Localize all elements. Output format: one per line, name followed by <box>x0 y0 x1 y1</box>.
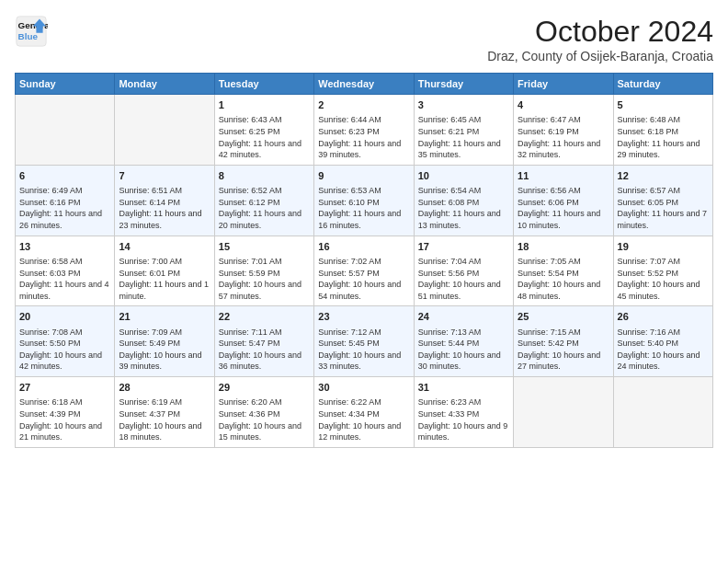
calendar-cell <box>115 95 214 166</box>
page-header: General Blue October 2024 Draz, County o… <box>15 15 713 63</box>
day-info: Sunrise: 6:23 AMSunset: 4:33 PMDaylight:… <box>418 396 509 442</box>
calendar-cell <box>16 95 115 166</box>
day-number: 26 <box>618 310 709 324</box>
calendar-cell: 23Sunrise: 7:12 AMSunset: 5:45 PMDayligh… <box>314 306 414 377</box>
calendar-cell: 2Sunrise: 6:44 AMSunset: 6:23 PMDaylight… <box>314 95 414 166</box>
calendar-cell: 13Sunrise: 6:58 AMSunset: 6:03 PMDayligh… <box>16 236 115 306</box>
title-block: October 2024 Draz, County of Osijek-Bara… <box>487 15 713 63</box>
calendar-cell: 18Sunrise: 7:05 AMSunset: 5:54 PMDayligh… <box>514 236 613 306</box>
day-number: 27 <box>19 381 110 395</box>
day-info: Sunrise: 6:52 AMSunset: 6:12 PMDaylight:… <box>219 185 310 231</box>
day-number: 9 <box>318 169 409 183</box>
day-info: Sunrise: 7:11 AMSunset: 5:47 PMDaylight:… <box>219 327 310 373</box>
day-info: Sunrise: 6:19 AMSunset: 4:37 PMDaylight:… <box>119 396 210 442</box>
day-info: Sunrise: 6:56 AMSunset: 6:06 PMDaylight:… <box>518 185 609 231</box>
calendar-cell: 27Sunrise: 6:18 AMSunset: 4:39 PMDayligh… <box>16 377 115 448</box>
day-number: 31 <box>418 381 509 395</box>
day-number: 30 <box>318 381 409 395</box>
calendar-header-row: SundayMondayTuesdayWednesdayThursdayFrid… <box>16 74 713 95</box>
weekday-header: Saturday <box>613 74 712 95</box>
calendar-cell: 29Sunrise: 6:20 AMSunset: 4:36 PMDayligh… <box>214 377 313 448</box>
calendar-cell: 1Sunrise: 6:43 AMSunset: 6:25 PMDaylight… <box>214 95 313 166</box>
calendar-cell <box>514 377 613 448</box>
calendar-week-row: 20Sunrise: 7:08 AMSunset: 5:50 PMDayligh… <box>16 306 713 377</box>
day-number: 11 <box>518 169 609 183</box>
day-number: 8 <box>219 169 310 183</box>
calendar-cell: 25Sunrise: 7:15 AMSunset: 5:42 PMDayligh… <box>514 306 613 377</box>
location-title: Draz, County of Osijek-Baranja, Croatia <box>487 49 713 63</box>
day-number: 14 <box>119 240 210 254</box>
day-number: 25 <box>518 310 609 324</box>
calendar-cell: 8Sunrise: 6:52 AMSunset: 6:12 PMDaylight… <box>214 165 313 236</box>
calendar-week-row: 1Sunrise: 6:43 AMSunset: 6:25 PMDaylight… <box>16 95 713 166</box>
day-info: Sunrise: 6:20 AMSunset: 4:36 PMDaylight:… <box>219 396 310 442</box>
weekday-header: Tuesday <box>214 74 313 95</box>
calendar-cell: 5Sunrise: 6:48 AMSunset: 6:18 PMDaylight… <box>613 95 712 166</box>
day-number: 3 <box>418 98 509 112</box>
day-info: Sunrise: 6:51 AMSunset: 6:14 PMDaylight:… <box>119 185 210 231</box>
calendar-cell: 19Sunrise: 7:07 AMSunset: 5:52 PMDayligh… <box>613 236 712 306</box>
calendar-cell: 9Sunrise: 6:53 AMSunset: 6:10 PMDaylight… <box>314 165 414 236</box>
day-number: 6 <box>19 169 110 183</box>
weekday-header: Sunday <box>16 74 115 95</box>
calendar-cell: 6Sunrise: 6:49 AMSunset: 6:16 PMDaylight… <box>16 165 115 236</box>
calendar-week-row: 13Sunrise: 6:58 AMSunset: 6:03 PMDayligh… <box>16 236 713 306</box>
day-number: 29 <box>219 381 310 395</box>
weekday-header: Monday <box>115 74 214 95</box>
calendar-cell: 12Sunrise: 6:57 AMSunset: 6:05 PMDayligh… <box>613 165 712 236</box>
day-info: Sunrise: 6:57 AMSunset: 6:05 PMDaylight:… <box>618 185 709 231</box>
day-number: 15 <box>219 240 310 254</box>
day-info: Sunrise: 7:12 AMSunset: 5:45 PMDaylight:… <box>318 327 409 373</box>
day-number: 19 <box>618 240 709 254</box>
day-info: Sunrise: 6:54 AMSunset: 6:08 PMDaylight:… <box>418 185 509 231</box>
day-number: 24 <box>418 310 509 324</box>
calendar-week-row: 6Sunrise: 6:49 AMSunset: 6:16 PMDaylight… <box>16 165 713 236</box>
weekday-header: Thursday <box>414 74 513 95</box>
day-number: 1 <box>219 98 310 112</box>
calendar-cell: 15Sunrise: 7:01 AMSunset: 5:59 PMDayligh… <box>214 236 313 306</box>
calendar-cell <box>613 377 712 448</box>
calendar-cell: 3Sunrise: 6:45 AMSunset: 6:21 PMDaylight… <box>414 95 513 166</box>
day-number: 2 <box>318 98 409 112</box>
day-number: 18 <box>518 240 609 254</box>
day-info: Sunrise: 6:45 AMSunset: 6:21 PMDaylight:… <box>418 114 509 160</box>
month-title: October 2024 <box>487 15 713 49</box>
calendar-cell: 21Sunrise: 7:09 AMSunset: 5:49 PMDayligh… <box>115 306 214 377</box>
day-number: 13 <box>19 240 110 254</box>
weekday-header: Friday <box>514 74 613 95</box>
calendar-cell: 22Sunrise: 7:11 AMSunset: 5:47 PMDayligh… <box>214 306 313 377</box>
day-number: 21 <box>119 310 210 324</box>
calendar-cell: 10Sunrise: 6:54 AMSunset: 6:08 PMDayligh… <box>414 165 513 236</box>
day-info: Sunrise: 7:02 AMSunset: 5:57 PMDaylight:… <box>318 256 409 302</box>
day-info: Sunrise: 6:58 AMSunset: 6:03 PMDaylight:… <box>19 256 110 302</box>
calendar-cell: 30Sunrise: 6:22 AMSunset: 4:34 PMDayligh… <box>314 377 414 448</box>
day-number: 16 <box>318 240 409 254</box>
calendar-cell: 17Sunrise: 7:04 AMSunset: 5:56 PMDayligh… <box>414 236 513 306</box>
calendar-cell: 4Sunrise: 6:47 AMSunset: 6:19 PMDaylight… <box>514 95 613 166</box>
calendar-cell: 20Sunrise: 7:08 AMSunset: 5:50 PMDayligh… <box>16 306 115 377</box>
day-info: Sunrise: 7:05 AMSunset: 5:54 PMDaylight:… <box>518 256 609 302</box>
day-info: Sunrise: 6:22 AMSunset: 4:34 PMDaylight:… <box>318 396 409 442</box>
day-info: Sunrise: 6:48 AMSunset: 6:18 PMDaylight:… <box>618 114 709 160</box>
weekday-header: Wednesday <box>314 74 414 95</box>
day-info: Sunrise: 7:00 AMSunset: 6:01 PMDaylight:… <box>119 256 210 302</box>
day-info: Sunrise: 6:49 AMSunset: 6:16 PMDaylight:… <box>19 185 110 231</box>
day-info: Sunrise: 7:16 AMSunset: 5:40 PMDaylight:… <box>618 327 709 373</box>
day-info: Sunrise: 7:08 AMSunset: 5:50 PMDaylight:… <box>19 327 110 373</box>
calendar-cell: 16Sunrise: 7:02 AMSunset: 5:57 PMDayligh… <box>314 236 414 306</box>
calendar-cell: 24Sunrise: 7:13 AMSunset: 5:44 PMDayligh… <box>414 306 513 377</box>
day-info: Sunrise: 6:44 AMSunset: 6:23 PMDaylight:… <box>318 114 409 160</box>
day-info: Sunrise: 6:43 AMSunset: 6:25 PMDaylight:… <box>219 114 310 160</box>
day-info: Sunrise: 6:53 AMSunset: 6:10 PMDaylight:… <box>318 185 409 231</box>
day-number: 23 <box>318 310 409 324</box>
calendar-cell: 31Sunrise: 6:23 AMSunset: 4:33 PMDayligh… <box>414 377 513 448</box>
calendar-cell: 26Sunrise: 7:16 AMSunset: 5:40 PMDayligh… <box>613 306 712 377</box>
calendar-table: SundayMondayTuesdayWednesdayThursdayFrid… <box>15 73 713 448</box>
day-number: 7 <box>119 169 210 183</box>
day-info: Sunrise: 7:15 AMSunset: 5:42 PMDaylight:… <box>518 327 609 373</box>
svg-text:Blue: Blue <box>18 31 39 41</box>
calendar-week-row: 27Sunrise: 6:18 AMSunset: 4:39 PMDayligh… <box>16 377 713 448</box>
day-info: Sunrise: 7:04 AMSunset: 5:56 PMDaylight:… <box>418 256 509 302</box>
day-info: Sunrise: 7:09 AMSunset: 5:49 PMDaylight:… <box>119 327 210 373</box>
day-info: Sunrise: 6:18 AMSunset: 4:39 PMDaylight:… <box>19 396 110 442</box>
